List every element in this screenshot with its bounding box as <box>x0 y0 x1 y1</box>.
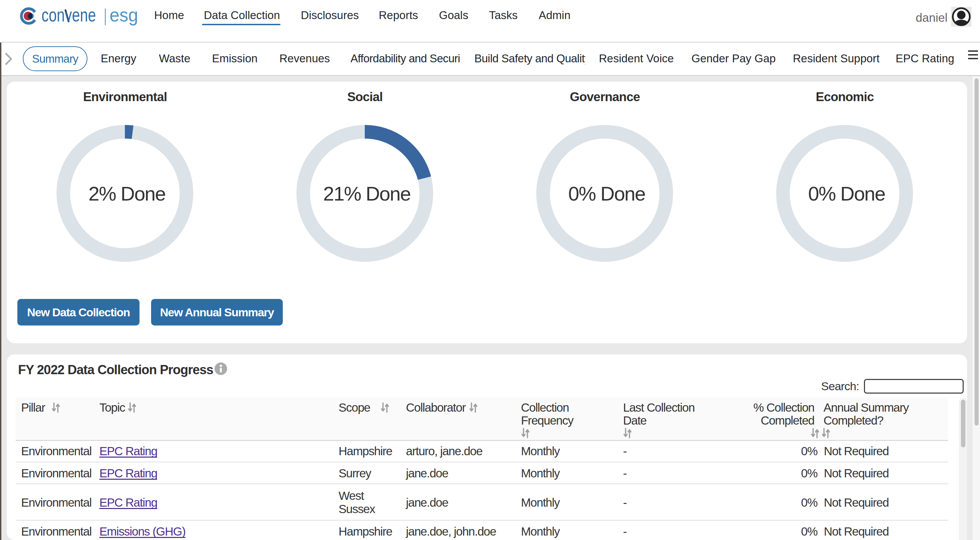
svg-text:esg: esg <box>110 5 138 25</box>
svg-text:convene: convene <box>41 5 96 25</box>
